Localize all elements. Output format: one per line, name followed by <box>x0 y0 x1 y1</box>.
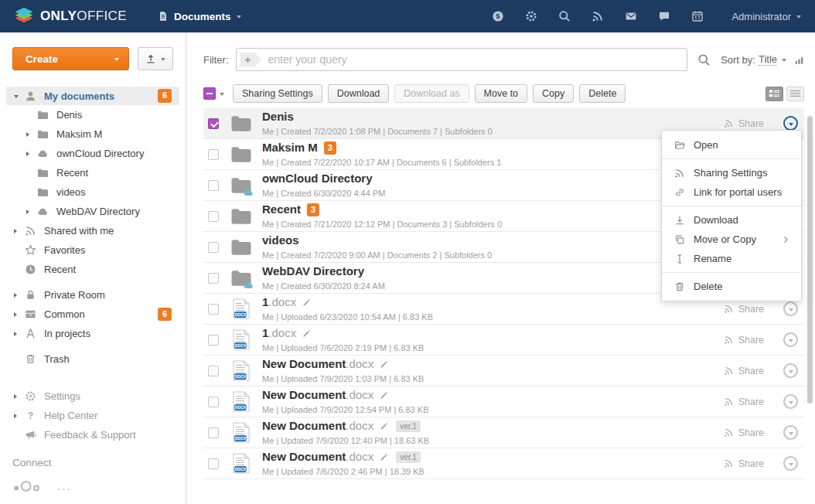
row-checkbox[interactable] <box>208 180 219 191</box>
tree-caret[interactable] <box>26 132 37 137</box>
tree-caret[interactable] <box>14 94 25 97</box>
share-button[interactable]: Share <box>724 304 764 315</box>
row-title-link[interactable]: New Document <box>262 389 346 402</box>
row-actions-menu-button[interactable] <box>783 116 798 131</box>
search-icon[interactable] <box>697 53 711 66</box>
tree-item[interactable]: In projects <box>0 324 186 343</box>
select-all-checkbox[interactable] <box>203 87 216 100</box>
dollar-icon[interactable]: $ <box>492 10 504 22</box>
share-button[interactable]: Share <box>724 335 764 346</box>
row-checkbox[interactable] <box>208 118 219 129</box>
tree-item[interactable]: Shared with me <box>0 221 186 240</box>
toolbar-button[interactable]: Move to <box>475 84 527 103</box>
context-menu-item[interactable]: Delete <box>662 277 801 296</box>
tree-caret[interactable] <box>26 209 37 214</box>
sort-order-icon[interactable] <box>794 55 804 65</box>
toolbar-button[interactable]: Download <box>328 84 390 103</box>
row-title-link[interactable]: New Document <box>262 420 346 433</box>
more-connectors-button[interactable]: ... <box>57 484 72 489</box>
share-button[interactable]: Share <box>724 366 764 376</box>
row-title-link[interactable]: Recent <box>262 203 301 216</box>
tree-item[interactable]: Maksim M <box>0 124 186 144</box>
share-button[interactable]: Share <box>724 118 764 129</box>
filter-query-input[interactable] <box>268 53 681 66</box>
tree-item[interactable]: ownCloud Directory <box>0 144 186 163</box>
select-menu-caret[interactable] <box>220 93 224 96</box>
row-checkbox[interactable] <box>208 242 219 253</box>
row-title-link[interactable]: 1 <box>262 327 268 340</box>
row-actions-menu-button[interactable] <box>783 456 798 471</box>
row-checkbox[interactable] <box>208 397 219 407</box>
tree-item[interactable]: Settings <box>0 387 186 406</box>
rename-pencil-icon[interactable] <box>380 453 388 461</box>
chevron-down-icon[interactable] <box>782 59 786 62</box>
context-menu-item[interactable]: Open <box>662 135 801 155</box>
row-actions-menu-button[interactable] <box>783 332 798 347</box>
mail-icon[interactable] <box>625 10 637 22</box>
rename-pencil-icon[interactable] <box>380 422 388 431</box>
toolbar-button[interactable]: Download as <box>394 84 469 103</box>
compact-view-icon[interactable] <box>786 87 804 101</box>
row-actions-menu-button[interactable] <box>783 363 798 378</box>
scrollbar-thumb[interactable] <box>807 116 813 404</box>
rename-pencil-icon[interactable] <box>380 391 388 400</box>
tree-item[interactable]: ? Help Center <box>0 406 186 425</box>
row-title-link[interactable]: ownCloud Directory <box>262 172 373 186</box>
row-actions-menu-button[interactable] <box>783 301 798 316</box>
tree-caret[interactable] <box>14 394 25 399</box>
toolbar-button[interactable]: Delete <box>579 84 626 103</box>
row-title-link[interactable]: WebDAV Directory <box>262 265 364 278</box>
upload-button[interactable] <box>138 47 173 70</box>
row-title-link[interactable]: Denis <box>262 111 294 124</box>
context-menu-item[interactable]: Link for portal users <box>662 182 801 202</box>
file-row[interactable]: DOCX New Document .docx Me | Uploaded 7/… <box>203 356 804 387</box>
tree-caret[interactable] <box>14 293 25 298</box>
toolbar-button[interactable]: Sharing Settings <box>233 84 322 103</box>
tree-item[interactable]: Trash <box>0 349 186 369</box>
tree-item[interactable]: Recent <box>0 260 186 279</box>
file-row[interactable]: DOCX New Document .docx ver.1 Me | Updat… <box>203 448 804 479</box>
tree-item[interactable]: Denis <box>0 105 186 124</box>
file-row[interactable]: DOCX New Document .docx Me | Uploaded 7/… <box>203 387 804 417</box>
file-row[interactable]: DOCX 1 .docx Me | Uploaded 7/6/2020 2:19… <box>203 325 804 356</box>
row-checkbox[interactable] <box>208 304 219 315</box>
row-title-link[interactable]: New Document <box>262 358 346 371</box>
talk-icon[interactable] <box>658 10 670 22</box>
row-checkbox[interactable] <box>208 273 219 284</box>
rename-pencil-icon[interactable] <box>302 298 311 307</box>
tree-item[interactable]: Private Room <box>0 285 186 305</box>
context-menu-item[interactable]: Download <box>662 210 801 230</box>
search-icon[interactable] <box>558 10 571 22</box>
detailed-view-icon[interactable] <box>766 87 783 101</box>
tree-item[interactable]: Favorites <box>0 240 186 260</box>
row-checkbox[interactable] <box>208 335 219 346</box>
tree-caret[interactable] <box>14 332 25 336</box>
share-icon[interactable] <box>592 10 604 22</box>
row-actions-menu-button[interactable] <box>783 425 798 440</box>
file-row[interactable]: DOCX New Document .docx ver.1 Me | Updat… <box>203 417 804 448</box>
gear-icon[interactable] <box>525 10 537 22</box>
row-title-link[interactable]: Maksim M <box>262 141 318 155</box>
tree-item[interactable]: WebDAV Directory <box>0 202 186 221</box>
row-title-link[interactable]: New Document <box>262 451 346 464</box>
context-menu-item[interactable]: Sharing Settings <box>662 163 801 182</box>
tree-caret[interactable] <box>14 414 25 418</box>
tree-caret[interactable] <box>14 229 25 233</box>
row-title-link[interactable]: videos <box>262 234 299 247</box>
share-button[interactable]: Share <box>724 458 764 469</box>
rename-pencil-icon[interactable] <box>380 360 388 369</box>
row-title-link[interactable]: 1 <box>262 296 268 309</box>
brand[interactable]: ONLYOFFICE <box>14 6 127 26</box>
row-checkbox[interactable] <box>208 427 219 438</box>
rename-pencil-icon[interactable] <box>302 329 311 338</box>
share-button[interactable]: Share <box>724 427 764 438</box>
context-menu-item[interactable]: Rename <box>662 249 801 268</box>
tree-item[interactable]: Common 6 <box>0 305 186 324</box>
tree-item[interactable]: Recent <box>0 163 186 182</box>
share-button[interactable]: Share <box>724 397 764 407</box>
toolbar-button[interactable]: Copy <box>533 84 574 103</box>
tree-item[interactable]: videos <box>0 182 186 202</box>
row-actions-menu-button[interactable] <box>783 394 798 409</box>
add-filter-button[interactable] <box>240 53 261 67</box>
tree-item[interactable]: My documents 6 <box>6 87 179 105</box>
